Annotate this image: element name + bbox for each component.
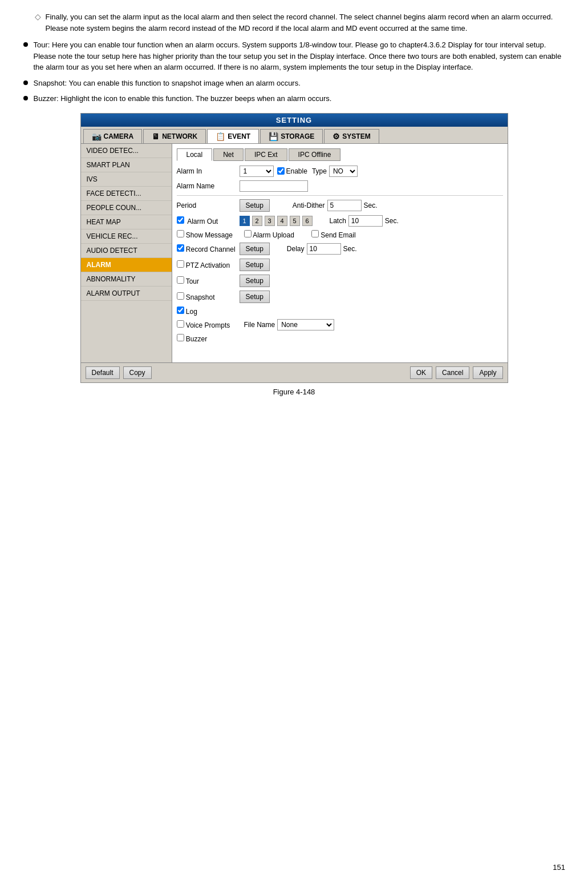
alarm-upload-checkbox[interactable] [244, 230, 252, 237]
inner-tab-ipc-ext-label: IPC Ext [254, 151, 278, 159]
bullet-dot [23, 80, 28, 85]
ptz-activation-setup-button[interactable]: Setup [240, 259, 270, 271]
copy-button[interactable]: Copy [123, 366, 152, 379]
event-icon: 📋 [216, 132, 225, 141]
bottom-buttons: Default Copy OK Cancel Apply [81, 362, 508, 382]
enable-checkbox[interactable] [277, 167, 285, 175]
bullet-dot [23, 42, 28, 47]
sidebar-item-vehicle-rec[interactable]: VEHICLE REC... [81, 229, 172, 244]
bottom-buttons-left: Default Copy [86, 366, 152, 379]
period-row: Period Setup Anti-Dither Sec. [177, 199, 503, 212]
diamond-bullet: ◇ Finally, you can set the alarm input a… [23, 11, 565, 34]
tab-event[interactable]: 📋 EVENT [207, 129, 259, 143]
alarm-num-4[interactable]: 4 [277, 216, 287, 226]
sidebar-item-abnormality[interactable]: ABNORMALITY [81, 272, 172, 287]
tab-camera[interactable]: 📷 CAMERA [83, 129, 143, 143]
default-button[interactable]: Default [86, 366, 120, 379]
anti-dither-label: Anti-Dither [293, 201, 325, 209]
ptz-activation-row: PTZ Activation Setup [177, 259, 503, 271]
list-item: Buzzer: Highlight the icon to enable thi… [23, 93, 565, 104]
sidebar-smart-plan-label: SMART PLAN [87, 161, 130, 169]
tab-storage[interactable]: 💾 STORAGE [260, 129, 323, 143]
setting-window: SETTING 📷 CAMERA 🖥 NETWORK 📋 EVENT 💾 [80, 113, 508, 383]
send-email-checkbox[interactable] [311, 230, 319, 237]
sidebar-item-smart-plan[interactable]: SMART PLAN [81, 158, 172, 172]
alarm-out-checkbox[interactable] [177, 216, 184, 224]
sidebar-video-detec-label: VIDEO DETEC... [87, 147, 139, 155]
figure-caption: Figure 4-148 [80, 388, 508, 396]
alarm-num-1[interactable]: 1 [240, 216, 250, 226]
alarm-num-6[interactable]: 6 [302, 216, 313, 226]
tab-network-label: NETWORK [162, 132, 197, 140]
ptz-activation-checkbox[interactable] [177, 260, 184, 268]
sidebar-item-ivs[interactable]: IVS [81, 172, 172, 187]
list-item: Tour: Here you can enable tour function … [23, 39, 565, 73]
period-setup-button[interactable]: Setup [240, 199, 270, 212]
show-message-label: Show Message [177, 230, 240, 239]
tour-setup-button[interactable]: Setup [240, 275, 270, 287]
buzzer-checkbox[interactable] [177, 334, 184, 341]
inner-tab-net[interactable]: Net [213, 148, 244, 161]
alarm-name-label: Alarm Name [177, 182, 240, 190]
tab-camera-label: CAMERA [104, 132, 134, 140]
alarm-name-input[interactable] [240, 180, 308, 192]
sidebar-item-alarm[interactable]: ALARM [81, 258, 172, 272]
tour-label: Tour [177, 276, 240, 285]
show-message-checkbox[interactable] [177, 230, 184, 237]
tab-storage-label: STORAGE [281, 132, 314, 140]
tab-network[interactable]: 🖥 NETWORK [143, 129, 206, 143]
type-select[interactable]: NO NC [329, 166, 358, 177]
sidebar-item-face-detect[interactable]: FACE DETECTI... [81, 187, 172, 201]
snapshot-checkbox[interactable] [177, 292, 184, 300]
alarm-out-label: Alarm Out [177, 216, 240, 225]
sidebar-people-count-label: PEOPLE COUN... [87, 204, 142, 212]
inner-tab-ipc-ext[interactable]: IPC Ext [245, 148, 287, 161]
record-channel-setup-button[interactable]: Setup [240, 243, 270, 255]
alarm-in-select[interactable]: 1 [240, 166, 274, 177]
alarm-num-5[interactable]: 5 [290, 216, 300, 226]
period-label: Period [177, 201, 240, 209]
sidebar-item-video-detec[interactable]: VIDEO DETEC... [81, 144, 172, 158]
sidebar-alarm-output-label: ALARM OUTPUT [87, 289, 140, 297]
network-icon: 🖥 [152, 132, 160, 141]
system-icon: ⚙ [332, 132, 340, 141]
ok-button[interactable]: OK [410, 366, 432, 379]
alarm-in-label: Alarm In [177, 167, 240, 175]
sidebar-heat-map-label: HEAT MAP [87, 218, 121, 226]
record-channel-row: Record Channel Setup Delay Sec. [177, 243, 503, 255]
cancel-button[interactable]: Cancel [436, 366, 469, 379]
voice-prompts-checkbox[interactable] [177, 320, 184, 328]
record-channel-checkbox[interactable] [177, 244, 184, 252]
sidebar-vehicle-rec-label: VEHICLE REC... [87, 232, 138, 240]
sidebar-item-alarm-output[interactable]: ALARM OUTPUT [81, 287, 172, 301]
figure-container: SETTING 📷 CAMERA 🖥 NETWORK 📋 EVENT 💾 [80, 113, 508, 396]
sidebar-item-people-count[interactable]: PEOPLE COUN... [81, 201, 172, 215]
sidebar-item-audio-detect[interactable]: AUDIO DETECT [81, 244, 172, 258]
alarm-num-3[interactable]: 3 [265, 216, 275, 226]
anti-dither-input[interactable] [327, 200, 362, 211]
latch-input[interactable] [348, 215, 383, 227]
show-message-row: Show Message Alarm Upload Send Email [177, 230, 503, 239]
file-name-select[interactable]: None [277, 319, 334, 330]
sidebar-ivs-label: IVS [87, 175, 98, 183]
enable-check: Enable [277, 167, 307, 175]
apply-button[interactable]: Apply [473, 366, 502, 379]
sidebar-audio-detect-label: AUDIO DETECT [87, 247, 137, 255]
setting-sidebar: VIDEO DETEC... SMART PLAN IVS FACE DETEC… [81, 144, 172, 362]
snapshot-setup-button[interactable]: Setup [240, 291, 270, 303]
list-item: Snapshot: You can enable this function t… [23, 78, 565, 89]
inner-tab-ipc-offline-label: IPC Offline [298, 151, 331, 159]
sidebar-item-heat-map[interactable]: HEAT MAP [81, 215, 172, 229]
bullet-text-3: Buzzer: Highlight the icon to enable thi… [34, 93, 332, 104]
log-checkbox[interactable] [177, 307, 184, 314]
type-label: Type [312, 167, 327, 175]
inner-tab-local[interactable]: Local [177, 148, 213, 161]
delay-input[interactable] [307, 243, 341, 255]
buzzer-row: Buzzer [177, 334, 503, 343]
tour-checkbox[interactable] [177, 276, 184, 284]
inner-tab-ipc-offline[interactable]: IPC Offline [289, 148, 341, 161]
alarm-num-2[interactable]: 2 [252, 216, 262, 226]
latch-unit: Sec. [385, 217, 399, 225]
tab-system[interactable]: ⚙ SYSTEM [324, 129, 379, 143]
bullet-list: Tour: Here you can enable tour function … [23, 39, 565, 104]
